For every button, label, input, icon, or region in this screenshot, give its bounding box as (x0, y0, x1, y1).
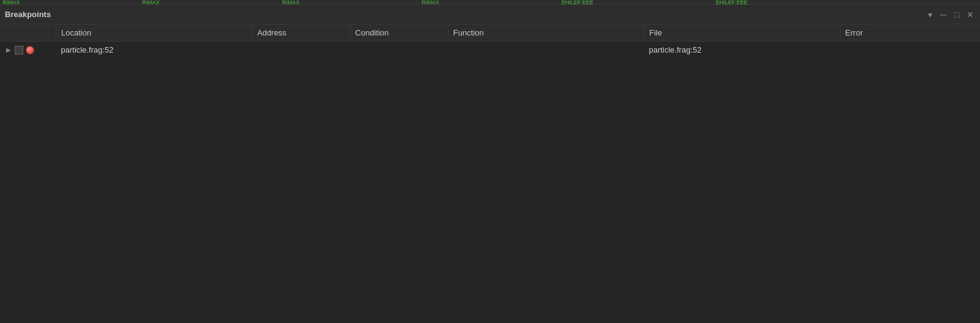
col-header-location[interactable]: Location (56, 24, 252, 42)
col-header-file[interactable]: File (644, 24, 840, 42)
col-header-error[interactable]: Error (840, 24, 980, 42)
col-header-icons (0, 24, 56, 42)
breakpoints-table: Location Address Condition Function File… (0, 24, 980, 59)
dropdown-button[interactable]: ▾ (925, 10, 935, 20)
expand-arrow-icon[interactable]: ▶ (5, 46, 12, 54)
col-header-address[interactable]: Address (252, 24, 350, 42)
breakpoint-dot-icon (26, 46, 34, 54)
panel-header: Breakpoints ▾ ─ □ ✕ (0, 5, 980, 24)
table-container: Location Address Condition Function File… (0, 24, 980, 174)
checkbox-icon[interactable] (15, 46, 23, 54)
empty-area (0, 174, 980, 323)
row-address-cell (252, 42, 350, 59)
breakpoints-panel: Breakpoints ▾ ─ □ ✕ Location Address Con… (0, 5, 980, 323)
row-function-cell (448, 42, 644, 59)
col-header-condition[interactable]: Condition (350, 24, 448, 42)
minimize-button[interactable]: ─ (938, 10, 948, 20)
col-header-function[interactable]: Function (448, 24, 644, 42)
table-header-row: Location Address Condition Function File… (0, 24, 980, 42)
row-icon-group: ▶ (5, 46, 51, 54)
row-icons-cell: ▶ (0, 42, 56, 59)
close-button[interactable]: ✕ (965, 10, 975, 20)
panel-title: Breakpoints (5, 10, 51, 19)
table-row[interactable]: ▶ particle.frag:52 particle.frag:52 (0, 42, 980, 59)
top-bar: RIMAX RIMAX RIMAX RIMAX EHILEF:EEE EHILE… (0, 0, 980, 5)
restore-button[interactable]: □ (952, 10, 962, 20)
panel-controls: ▾ ─ □ ✕ (925, 10, 975, 20)
row-error-cell (840, 42, 980, 59)
row-condition-cell (350, 42, 448, 59)
row-file-cell: particle.frag:52 (644, 42, 840, 59)
row-location-cell: particle.frag:52 (56, 42, 252, 59)
